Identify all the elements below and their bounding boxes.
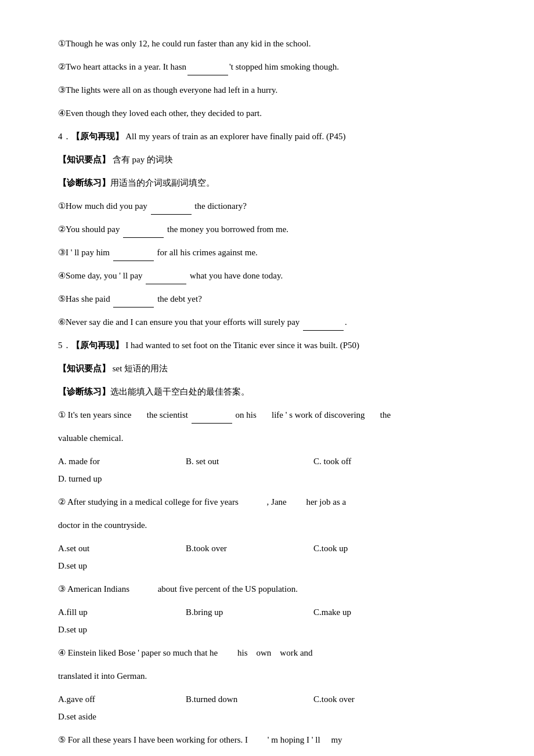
option-b: B.took over [186, 540, 290, 557]
option-c: C.make up [313, 603, 418, 621]
p5q1-line2: valuable chemical. [58, 429, 488, 447]
blank-p4q4 [146, 284, 186, 284]
q2-after: 't stopped him smoking though. [229, 62, 339, 71]
p5q4-line1: ④ Einstein liked Bose ' paper so much th… [58, 644, 488, 661]
blank-q2 [187, 75, 228, 75]
p5q5: ⑤ For all these years I have been workin… [58, 731, 488, 756]
option-d: D. turned up [58, 470, 163, 487]
p5q5-line1: ⑤ For all these years I have been workin… [58, 731, 488, 748]
option-b: B. set out [186, 453, 290, 470]
p4q2: ②You should pay the money you borrowed f… [58, 220, 488, 238]
q3-text: ③The lights were all on as though everyo… [58, 85, 277, 95]
option-a: A.set out [58, 540, 163, 557]
p4q4: ④Some day, you ' ll pay what you have do… [58, 267, 488, 284]
p5q3-line1: ③ American Indians about five percent of… [58, 580, 488, 598]
line-q1: ①Though he was only 12, he could run fas… [58, 35, 488, 52]
knowledge5: 【知识要点】 set 短语的用法 [58, 360, 488, 377]
p5q2-line1: ② After studying in a medical college fo… [58, 493, 488, 511]
p5q4-line2: translated it into German. [58, 667, 488, 685]
q4-text: ④Even though they loved each other, they… [58, 108, 262, 118]
option-a: A.gave off [58, 690, 163, 708]
option-b: B.turned down [186, 690, 290, 708]
p5q1-line1: ① It's ten years since the scientist on … [58, 406, 488, 424]
line-q2: ②Two heart attacks in a year. It hasn't … [58, 58, 488, 75]
blank-p4q6 [303, 330, 344, 331]
blank-p5q1 [192, 423, 232, 424]
line-q3: ③The lights were all on as though everyo… [58, 81, 488, 99]
knowledge4: 【知识要点】 含有 pay 的词块 [58, 151, 488, 168]
option-d: D.set up [58, 621, 163, 638]
q2-text: ②Two heart attacks in a year. It hasn [58, 62, 186, 71]
page-content: ①Though he was only 12, he could run fas… [58, 35, 488, 756]
p5q2: ② After studying in a medical college fo… [58, 493, 488, 574]
p4q3: ③I ' ll pay him for all his crimes again… [58, 244, 488, 261]
option-c: C.took over [313, 690, 418, 708]
p5q1-options: A. made for B. set out C. took off D. tu… [58, 453, 488, 487]
p5q2-line2: doctor in the countryside. [58, 516, 488, 534]
p5q3: ③ American Indians about five percent of… [58, 580, 488, 638]
option-a: A.fill up [58, 603, 163, 621]
blank-p4q2 [123, 237, 164, 238]
option-a: A. made for [58, 453, 163, 470]
line-q4: ④Even though they loved each other, they… [58, 104, 488, 122]
p5q4-options: A.gave off B.turned down C.took over D.s… [58, 690, 488, 725]
practice5: 【诊断练习】选出能填入题干空白处的最佳答案。 [58, 383, 488, 400]
p4q5: ⑤Has she paid the debt yet? [58, 290, 488, 308]
p5q1: ① It's ten years since the scientist on … [58, 406, 488, 487]
option-d: D.set aside [58, 708, 163, 725]
q1-text: ①Though he was only 12, he could run fas… [58, 39, 311, 48]
p5q3-options: A.fill up B.bring up C.make up D.set up [58, 603, 488, 638]
section4-title: 4．【原句再现】 All my years of train as an exp… [58, 128, 488, 145]
section5-title: 5．【原句再现】 I had wanted to set foot on the… [58, 337, 488, 354]
p4q6: ⑥Never say die and I can ensure you that… [58, 313, 488, 331]
option-d: D.set up [58, 557, 163, 574]
option-b: B.bring up [186, 603, 290, 621]
option-c: C. took off [313, 453, 418, 470]
practice4: 【诊断练习】用适当的介词或副词填空。 [58, 174, 488, 191]
blank-p4q3 [113, 261, 154, 261]
p4q1: ①How much did you pay the dictionary? [58, 197, 488, 215]
option-c: C.took up [313, 540, 418, 557]
p5q2-options: A.set out B.took over C.took up D.set up [58, 540, 488, 574]
blank-p4q5 [113, 307, 154, 308]
blank-p4q1 [151, 214, 192, 215]
p5q4: ④ Einstein liked Bose ' paper so much th… [58, 644, 488, 725]
